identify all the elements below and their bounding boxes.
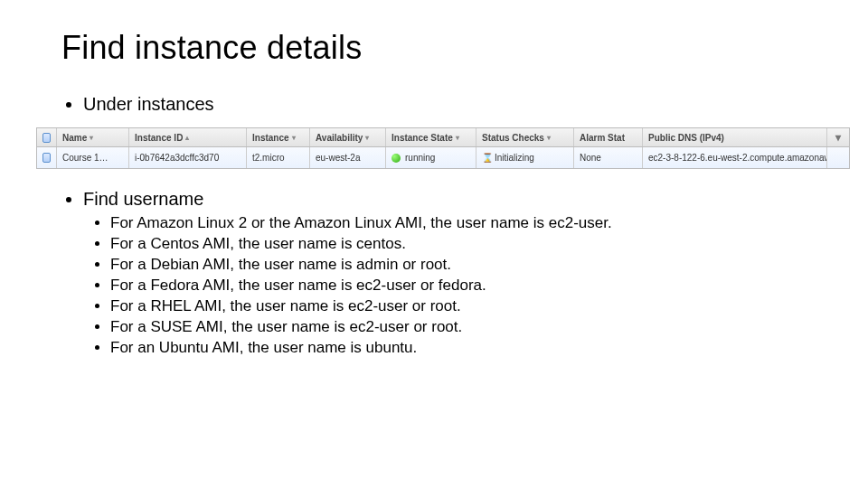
col-name[interactable]: Name▾ [57,128,129,146]
col-instance-type[interactable]: Instance▾ [247,128,310,146]
list-item: For a Centos AMI, the user name is cento… [110,234,814,255]
col-status-checks[interactable]: Status Checks▾ [476,128,574,146]
cell-instance-id: i-0b7642a3dcffc3d70 [129,147,247,168]
slide-title: Find instance details [61,29,814,67]
table-row[interactable]: Course 1… i-0b7642a3dcffc3d70 t2.micro e… [36,147,850,169]
bullet-find-username: Find username For Amazon Linux 2 or the … [83,189,814,359]
list-item: For an Ubuntu AMI, the user name is ubun… [110,338,814,359]
bullet-under-instances: Under instances [83,94,814,115]
cell-instance-type: t2.micro [247,147,310,168]
table-header-row: Name▾ Instance ID▴ Instance▾ Availabilit… [36,127,850,147]
col-instance-id[interactable]: Instance ID▴ [129,128,247,146]
list-item: For a SUSE AMI, the user name is ec2-use… [110,317,814,338]
cell-status-checks: ⌛Initializing [476,147,574,168]
hourglass-icon: ⌛ [482,153,491,163]
running-status-icon [392,154,401,163]
ec2-instances-table: Name▾ Instance ID▴ Instance▾ Availabilit… [36,127,850,169]
list-item: For a Fedora AMI, the user name is ec2-u… [110,276,814,296]
cell-instance-state: running [386,147,476,168]
col-public-dns[interactable]: Public DNS (IPv4) [643,128,827,146]
cell-name: Course 1… [57,147,129,168]
col-instance-state[interactable]: Instance State▾ [386,128,476,146]
cell-availability-zone: eu-west-2a [310,147,386,168]
row-checkbox[interactable] [37,147,57,168]
list-item: For a RHEL AMI, the user name is ec2-use… [110,296,814,317]
username-list: For Amazon Linux 2 or the Amazon Linux A… [83,213,814,359]
list-item: For Amazon Linux 2 or the Amazon Linux A… [110,213,814,234]
gear-icon: ▾ [835,131,841,144]
cell-public-dns: ec2-3-8-122-6.eu-west-2.compute.amazonaw… [643,147,827,168]
col-availability-zone[interactable]: Availability▾ [310,128,386,146]
header-checkbox[interactable] [37,128,57,146]
table-settings-button[interactable]: ▾ [827,128,849,146]
cell-alarm-status: None [574,147,643,168]
list-item: For a Debian AMI, the user name is admin… [110,255,814,276]
col-alarm-status[interactable]: Alarm Stat [574,128,643,146]
